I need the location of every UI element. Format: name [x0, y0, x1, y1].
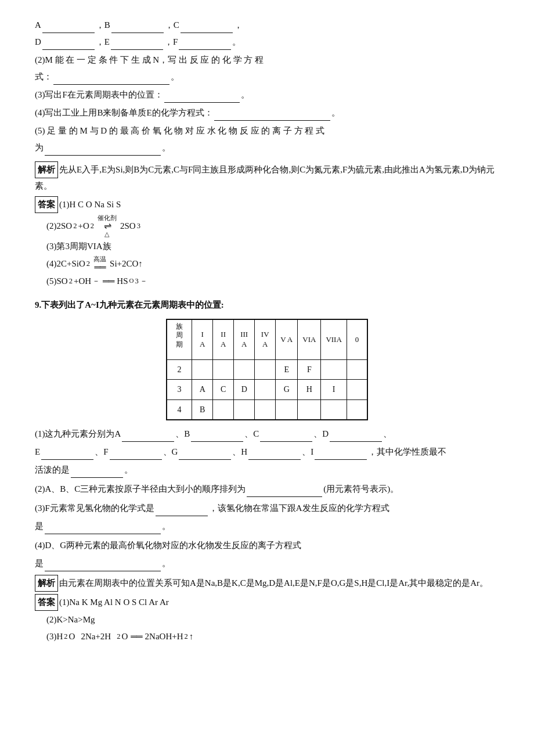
blank-9-1-a [122, 441, 174, 442]
cell-2-viia [321, 360, 347, 380]
jiexi-label-2: 解析 [35, 575, 58, 592]
blank-b [111, 33, 164, 33]
label-c: C [174, 20, 179, 30]
cell-4-0 [347, 399, 367, 420]
blank-9-1-inactive [71, 477, 123, 478]
blank-9-1-g [179, 459, 231, 460]
q9-q1: (1)这九种元素分别为A、B、C、D、 [35, 426, 499, 442]
cell-3-via-h: H [298, 380, 321, 399]
period-4: 4 [167, 399, 192, 420]
table-row-3: 3 A C D G H I [167, 380, 368, 399]
answer-label-2: 答案 [35, 594, 58, 611]
cell-3-iva [255, 380, 276, 399]
jiexi-block-2: 解析由元素在周期表中的位置关系可知A是Na,B是K,C是Mg,D是Al,E是N,… [35, 575, 499, 592]
jiexi-block: 解析先从E入手,E为Si,则B为C元素,C与F同主族且形成两种化合物,则C为氮元… [35, 161, 499, 194]
blank-9-1-c [260, 441, 312, 442]
blank-e [111, 49, 163, 50]
answer-5-line: (5)SO2 +OH－ ══ HSO3－ [46, 273, 499, 289]
blank-9-2 [247, 496, 322, 497]
answer-4-line: (4)2C+SiO2 高温 ══ Si+2CO↑ [46, 255, 499, 272]
fill-line-2: D，E，F。 [35, 34, 499, 50]
blank-c [181, 33, 233, 33]
blank-9-1-f [110, 459, 162, 460]
cell-2-ia [192, 360, 213, 380]
question-4: (4)写出工业上用B来制备单质E的化学方程式：。 [35, 105, 499, 121]
period-3: 3 [167, 380, 192, 399]
label-f: F [173, 37, 178, 46]
table-row-2: 2 E F [167, 360, 368, 380]
blank-q3 [164, 102, 240, 103]
cell-3-viia-i: I [321, 380, 347, 399]
blank-9-4-eq [45, 571, 161, 571]
q9-q1-cont2: 活泼的是。 [35, 462, 499, 478]
label-a: A [35, 20, 41, 30]
jiexi-text: 先从E入手,E为Si,则B为C元素,C与F同主族且形成两种化合物,则C为氮元素,… [35, 165, 495, 190]
page-content: A，B，C， D，E，F。 (2)M 能 在 一 定 条 件 下 生 成 N，写… [35, 17, 499, 645]
table-header-row: 族周期 IA IIA IIIA IVA V A VIA VIIA 0 [167, 319, 368, 360]
q9-q3: (3)F元素常见氢化物的化学式是，该氢化物在常温下跟A发生反应的化学方程式 [35, 501, 499, 516]
table-row-4: 4 B [167, 399, 368, 420]
cell-4-via [298, 399, 321, 420]
answer2-2-line: (2)K>Na>Mg [46, 612, 499, 628]
q9-q4-cont: 是。 [35, 556, 499, 571]
question-2: (2)M 能 在 一 定 条 件 下 生 成 N，写 出 反 应 的 化 学 方… [35, 52, 499, 68]
jiexi-text-2: 由元素在周期表中的位置关系可知A是Na,B是K,C是Mg,D是Al,E是N,F是… [59, 578, 488, 588]
cell-3-va-g: G [276, 380, 298, 399]
label-e: E [104, 37, 110, 46]
blank-a [42, 33, 95, 33]
blank-d [42, 49, 95, 50]
q9-q1-cont: E、F、G、H、I，其中化学性质最不 [35, 444, 499, 460]
header-ia: IA [192, 319, 213, 360]
label-b: B [104, 20, 110, 30]
cell-3-iiia-d: D [234, 380, 255, 399]
cell-3-iia-c: C [213, 380, 234, 399]
question-5-cont: 为。 [35, 140, 499, 156]
condition-arrow-2: 催化剂 ⇌ △ [98, 214, 117, 237]
blank-9-1-i [315, 459, 367, 460]
answer-3-line: (3)第3周期VIA族 [46, 239, 499, 254]
header-viia: VIIA [321, 319, 347, 360]
answer2-3-line: (3)H2O 2Na+2H2O ══ 2NaOH+H2↑ [46, 629, 499, 645]
answer2-1-text: (1)Na K Mg Al N O S Cl Ar Ar [59, 597, 169, 607]
header-va: V A [276, 319, 298, 360]
blank-q4 [214, 120, 330, 121]
header-0: 0 [347, 319, 367, 360]
answer-label-1: 答案 [35, 196, 58, 213]
answer-block-2: 答案(1)Na K Mg Al N O S Cl Ar Ar (2)K>Na>M… [35, 594, 499, 645]
label-d: D [35, 37, 41, 46]
blank-f [179, 49, 231, 50]
cell-2-iva [255, 360, 276, 380]
question-5: (5) 足 量 的 M 与 D 的 最 高 价 氧 化 物 对 应 水 化 物 … [35, 123, 499, 139]
cell-2-0 [347, 360, 367, 380]
jiexi-label: 解析 [35, 161, 58, 178]
q9-q4: (4)D、G两种元素的最高价氧化物对应的水化物发生反应的离子方程式 [35, 538, 499, 553]
answer-2-line: (2)2SO2+O2 催化剂 ⇌ △ 2SO3 [46, 214, 499, 237]
cell-4-ia-b: B [192, 399, 213, 420]
blank-q5 [45, 155, 161, 156]
cell-2-via-f: F [298, 360, 321, 380]
q9-q3-cont: 是。 [35, 519, 499, 534]
question-2-cont: 式：。 [35, 69, 499, 85]
periodic-table: 族周期 IA IIA IIIA IVA V A VIA VIIA 0 2 E F [166, 319, 369, 420]
cell-2-va-e: E [276, 360, 298, 380]
blank-9-1-b [191, 441, 243, 442]
blank-q2 [53, 84, 169, 85]
header-iiia: IIIA [234, 319, 255, 360]
header-via: VIA [298, 319, 321, 360]
period-2: 2 [167, 360, 192, 380]
cell-4-viia [321, 399, 347, 420]
header-period: 族周期 [167, 319, 192, 360]
header-iia: IIA [213, 319, 234, 360]
blank-9-3-eq [45, 534, 161, 534]
cell-4-va [276, 399, 298, 420]
cell-3-ia-a: A [192, 380, 213, 399]
blank-9-1-d [330, 441, 382, 442]
blank-9-3-formula [156, 516, 208, 516]
answer-block-1: 答案(1)H C O Na Si S (2)2SO2+O2 催化剂 ⇌ △ 2S… [35, 196, 499, 289]
cell-4-iiia [234, 399, 255, 420]
q9-title: 9.下表列出了A~I九种元素在元素周期表中的位置: [35, 297, 499, 313]
q9-q2: (2)A、B、C三种元素按原子半径由大到小的顺序排列为(用元素符号表示)。 [35, 481, 499, 497]
cell-4-iva [255, 399, 276, 420]
blank-9-1-e [41, 459, 93, 460]
fill-line-1: A，B，C， [35, 17, 499, 33]
